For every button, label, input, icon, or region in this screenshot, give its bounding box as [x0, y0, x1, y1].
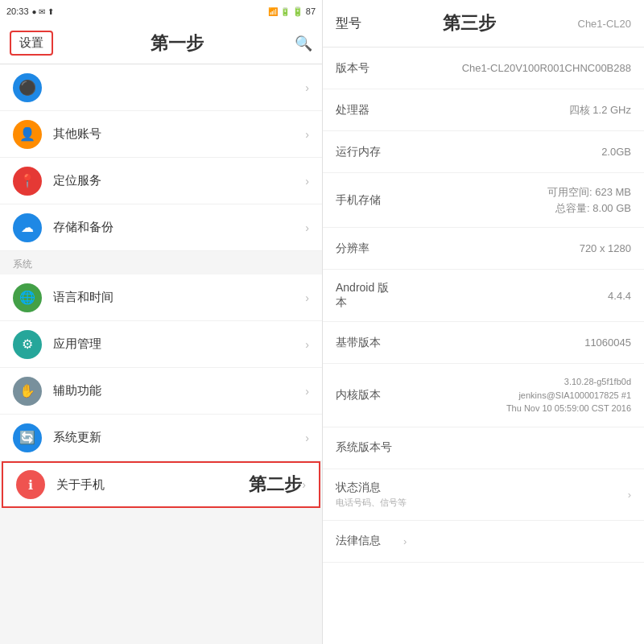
partial-icon-char: ⚫ [19, 79, 36, 97]
menu-item-partial[interactable]: ⚫ › [0, 64, 322, 111]
version-value: Che1-CL20V100R001CHNC00B288 [400, 62, 631, 74]
info-row-resolution: 分辨率 720 x 1280 [323, 228, 644, 270]
app-manage-label: 应用管理 [53, 336, 305, 352]
info-row-android: Android 版本 4.4.4 [323, 270, 644, 322]
settings-button[interactable]: 设置 [10, 31, 53, 56]
step-two-label: 第二步 [249, 473, 302, 497]
info-row-ram: 运行内存 2.0GB [323, 131, 644, 173]
model-label: 型号 [336, 15, 361, 32]
step-one-label: 第一步 [60, 31, 295, 56]
about-phone-icon: ℹ [16, 470, 45, 499]
menu-item-storage[interactable]: ☁ 存储和备份 › [0, 204, 322, 251]
status-info-content: 状态消息 电话号码、信号等 [336, 481, 625, 509]
android-value: 4.4.4 [400, 290, 631, 302]
kernel-value: 3.10.28-g5f1fb0d jenkins@SIA1000017825 #… [400, 375, 631, 415]
other-account-icon: 👤 [13, 120, 42, 149]
processor-label: 处理器 [336, 103, 400, 118]
menu-item-app-manage[interactable]: ⚙ 应用管理 › [0, 321, 322, 368]
status-bar-right: 📶 🔋 🔋 87 [268, 6, 316, 17]
system-ver-label: 系统版本号 [336, 440, 400, 455]
partial-chevron: › [305, 81, 309, 94]
info-row-legal[interactable]: 法律信息 › [323, 521, 644, 563]
storage-icon: ☁ [13, 213, 42, 242]
system-update-label: 系统更新 [53, 430, 305, 445]
info-row-storage: 手机存储 可用空间: 623 MB 总容量: 8.00 GB [323, 173, 644, 228]
other-account-label: 其他账号 [53, 126, 305, 142]
status-info-chevron: › [628, 489, 631, 501]
notification-icons: ● ✉ ⬆ [32, 7, 55, 16]
location-icon: 📍 [13, 167, 42, 196]
right-header: 型号 第三步 Che1-CL20 [323, 0, 644, 47]
top-bar: 设置 第一步 🔍 [0, 23, 322, 64]
baseband-value: 11060045 [400, 336, 631, 349]
info-row-status[interactable]: 状态消息 电话号码、信号等 › [323, 469, 644, 521]
menu-item-accessibility[interactable]: ✋ 辅助功能 › [0, 368, 322, 415]
info-row-system-ver: 系统版本号 [323, 427, 644, 469]
baseband-label: 基带版本 [336, 336, 400, 350]
accessibility-chevron: › [305, 385, 309, 398]
storage-label: 存储和备份 [53, 220, 305, 235]
system-update-chevron: › [305, 431, 309, 444]
left-panel: 20:33 ● ✉ ⬆ 📶 🔋 🔋 87 设置 第一步 🔍 ⚫ › 👤 其他账号… [0, 0, 322, 644]
status-info-sublabel: 电话号码、信号等 [336, 497, 625, 509]
ram-label: 运行内存 [336, 145, 400, 159]
info-row-version: 版本号 Che1-CL20V100R001CHNC00B288 [323, 47, 644, 89]
version-label: 版本号 [336, 61, 400, 76]
menu-item-other-account[interactable]: 👤 其他账号 › [0, 111, 322, 158]
app-manage-icon: ⚙ [13, 330, 42, 359]
time-display: 20:33 [6, 6, 29, 16]
right-panel: 型号 第三步 Che1-CL20 版本号 Che1-CL20V100R001CH… [322, 0, 644, 644]
processor-value: 四核 1.2 GHz [400, 103, 631, 118]
about-phone-chevron: › [302, 478, 306, 491]
battery-level: 🔋 87 [292, 6, 316, 17]
info-row-baseband: 基带版本 11060045 [323, 322, 644, 364]
section-label-system: 系统 [0, 251, 322, 275]
battery-icon: 🔋 [280, 7, 290, 16]
about-phone-label: 关于手机 [56, 477, 242, 493]
location-chevron: › [305, 175, 309, 188]
accessibility-icon: ✋ [13, 377, 42, 406]
app-manage-chevron: › [305, 338, 309, 351]
ram-value: 2.0GB [400, 146, 631, 158]
phone-storage-value: 可用空间: 623 MB 总容量: 8.00 GB [400, 184, 631, 216]
language-icon: 🌐 [13, 283, 42, 312]
menu-item-about-phone[interactable]: ℹ 关于手机 第二步 › [2, 461, 320, 508]
info-row-kernel: 内核版本 3.10.28-g5f1fb0d jenkins@SIA1000017… [323, 364, 644, 427]
step-three-label: 第三步 [443, 11, 496, 35]
language-label: 语言和时间 [53, 290, 305, 305]
resolution-label: 分辨率 [336, 242, 400, 256]
accessibility-label: 辅助功能 [53, 383, 305, 398]
kernel-label: 内核版本 [336, 388, 400, 402]
model-value: Che1-CL20 [578, 18, 632, 30]
info-row-processor: 处理器 四核 1.2 GHz [323, 89, 644, 131]
legal-label: 法律信息 [336, 534, 400, 548]
menu-item-system-update[interactable]: 🔄 系统更新 › [0, 415, 322, 461]
other-account-chevron: › [305, 128, 309, 141]
status-info-label: 状态消息 [336, 481, 625, 495]
location-label: 定位服务 [53, 173, 305, 188]
system-update-icon: 🔄 [13, 423, 42, 452]
menu-item-language[interactable]: 🌐 语言和时间 › [0, 275, 322, 321]
resolution-value: 720 x 1280 [400, 242, 631, 254]
menu-item-location[interactable]: 📍 定位服务 › [0, 158, 322, 204]
phone-storage-label: 手机存储 [336, 193, 400, 208]
legal-chevron: › [403, 535, 407, 547]
android-label: Android 版本 [336, 281, 400, 310]
storage-chevron: › [305, 221, 309, 234]
status-bar: 20:33 ● ✉ ⬆ 📶 🔋 🔋 87 [0, 0, 322, 23]
partial-icon: ⚫ [13, 73, 42, 102]
language-chevron: › [305, 291, 309, 304]
search-icon[interactable]: 🔍 [295, 35, 312, 52]
status-bar-left: 20:33 ● ✉ ⬆ [6, 6, 54, 16]
signal-icon: 📶 [268, 7, 278, 16]
